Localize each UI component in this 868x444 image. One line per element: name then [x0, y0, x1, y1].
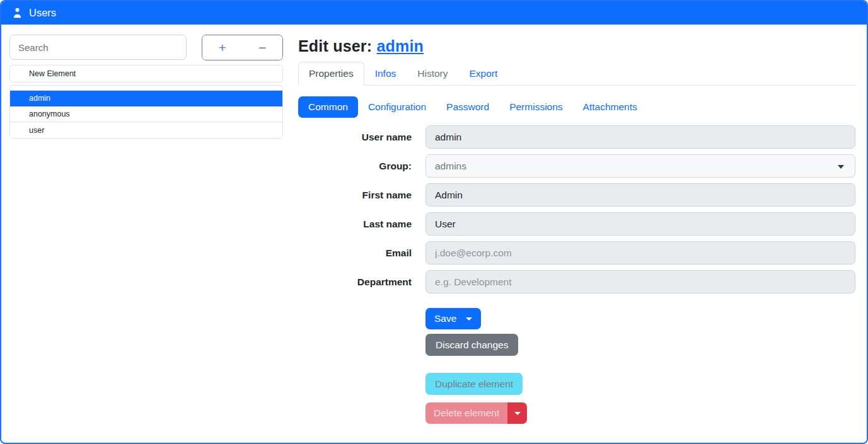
form-row-group: Group: admins: [298, 154, 855, 178]
caret-down-icon: [514, 412, 521, 415]
username-field[interactable]: [425, 125, 855, 149]
list-spacer: [10, 86, 282, 91]
delete-split-button: Delete element: [425, 402, 527, 424]
department-label: Department: [298, 276, 412, 288]
main-body: + − New Element admin anonymous user Edi…: [1, 25, 867, 443]
username-label: User name: [298, 132, 412, 143]
tab-bar: Properties Infos History Export: [298, 62, 855, 86]
form-row-department: Department: [298, 270, 855, 293]
caret-down-icon: [466, 317, 472, 321]
subtab-configuration[interactable]: Configuration: [358, 96, 436, 118]
save-button-label: Save: [434, 313, 456, 324]
list-item-anonymous[interactable]: anonymous: [10, 106, 282, 122]
save-button[interactable]: Save: [425, 308, 481, 329]
subtab-common[interactable]: Common: [298, 96, 358, 118]
delete-element-button: Delete element: [425, 402, 507, 424]
remove-element-button[interactable]: −: [243, 35, 283, 60]
form-row-firstname: First name: [298, 183, 855, 207]
list-item-user[interactable]: user: [10, 122, 282, 138]
page-title: Edit user: admin: [298, 37, 855, 55]
duplicate-element-button: Duplicate element: [425, 373, 523, 395]
lastname-label: Last name: [298, 219, 412, 230]
app-title: Users: [29, 7, 56, 19]
sidebar: + − New Element admin anonymous user: [1, 35, 283, 443]
delete-dropdown-toggle[interactable]: [507, 402, 527, 424]
tab-properties[interactable]: Properties: [298, 62, 364, 86]
app-window: Users + − New Element admin anonymous us…: [0, 0, 868, 444]
group-label: Group:: [298, 161, 412, 172]
tab-export[interactable]: Export: [459, 62, 509, 86]
form-row-lastname: Last name: [298, 212, 855, 236]
tab-infos[interactable]: Infos: [364, 62, 407, 86]
form-row-username: User name: [298, 125, 855, 149]
email-field[interactable]: [425, 241, 855, 265]
group-select[interactable]: admins: [425, 154, 855, 178]
subtab-password[interactable]: Password: [436, 96, 499, 118]
chevron-down-icon: [838, 165, 844, 169]
form-row-email: Email: [298, 241, 855, 265]
firstname-label: First name: [298, 190, 412, 201]
user-list: admin anonymous user: [9, 85, 283, 139]
search-input[interactable]: [9, 35, 187, 60]
department-field[interactable]: [425, 270, 855, 293]
lastname-field[interactable]: [425, 212, 855, 236]
sub-tab-bar: Common Configuration Password Permission…: [298, 96, 855, 118]
tab-history: History: [407, 62, 458, 86]
email-label: Email: [298, 248, 412, 259]
content-panel: Edit user: admin Properties Infos Histor…: [283, 35, 867, 443]
user-icon: [11, 7, 23, 19]
top-bar: Users: [1, 1, 867, 25]
list-item-admin[interactable]: admin: [10, 91, 282, 106]
group-select-value: admins: [435, 161, 466, 172]
firstname-field[interactable]: [425, 183, 855, 207]
action-buttons: Save Discard changes Duplicate element D…: [425, 299, 855, 424]
subtab-permissions[interactable]: Permissions: [499, 96, 572, 118]
edited-user-link[interactable]: admin: [376, 37, 424, 55]
user-form: User name Group: admins First: [298, 125, 855, 424]
list-button-group: + −: [202, 35, 283, 60]
discard-changes-button[interactable]: Discard changes: [425, 334, 518, 356]
sidebar-toolbar: + −: [9, 35, 283, 60]
new-element-item[interactable]: New Element: [9, 65, 283, 83]
subtab-attachments[interactable]: Attachments: [573, 96, 647, 118]
page-title-prefix: Edit user:: [298, 37, 376, 55]
add-element-button[interactable]: +: [202, 35, 243, 60]
